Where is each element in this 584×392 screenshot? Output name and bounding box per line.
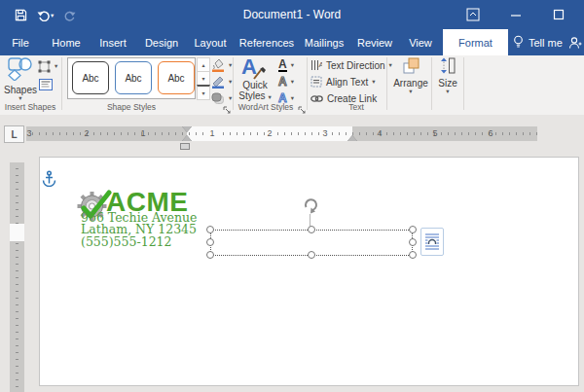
shapes-icon [8, 57, 33, 81]
gallery-more-button[interactable]: ▾ [197, 85, 210, 100]
insert-shapes-group-label: Insert Shapes [0, 102, 60, 112]
vertical-ruler-text-area [10, 224, 24, 241]
resize-handle-bottom-center[interactable] [308, 251, 315, 259]
address-line: (555)555-1212 [81, 236, 198, 248]
text-outline-caret: ▾ [291, 79, 294, 85]
text-direction-icon: A [310, 59, 322, 71]
wordart-quick-styles-button[interactable]: A Quick Styles ▾ [237, 56, 273, 103]
rotate-handle[interactable] [302, 196, 319, 218]
tell-me-box[interactable]: Tell me [513, 35, 563, 51]
text-group-label: Text [327, 102, 385, 112]
minimize-icon[interactable] [507, 7, 525, 22]
ruler-number: 5 [430, 128, 440, 138]
size-button[interactable]: Size ▾ [433, 57, 462, 104]
shape-fill-caret: ▾ [229, 62, 232, 68]
shape-style-preset-1[interactable]: Abc [72, 61, 109, 94]
wrap-text-icon [424, 232, 440, 251]
resize-handle-top-left[interactable] [206, 226, 214, 233]
text-fill-caret: ▾ [291, 62, 294, 68]
shape-styles-gallery: Abc Abc Abc [67, 57, 196, 99]
hanging-indent-marker[interactable] [182, 135, 192, 141]
text-effects-caret: ▾ [291, 95, 294, 101]
layout-options-button[interactable] [420, 228, 444, 256]
tab-insert[interactable]: Insert [91, 29, 134, 55]
shape-style-preset-2[interactable]: Abc [115, 61, 152, 94]
text-fill-button[interactable]: A ▾ [278, 57, 294, 73]
quick-label: Quick [237, 80, 273, 90]
size-icon [440, 57, 456, 74]
document-page[interactable]: ACME 966 Techie Avenue Latham, NY 12345 … [39, 157, 579, 386]
tab-home[interactable]: Home [45, 29, 88, 55]
ruler-number: 4 [375, 128, 384, 138]
edit-shape-button[interactable]: ▾ [38, 58, 57, 74]
wordart-a-brush-icon: A [237, 56, 273, 80]
company-address[interactable]: 966 Techie Avenue Latham, NY 12345 (555)… [81, 212, 198, 248]
text-box-icon [39, 79, 53, 90]
ruler-number: 1 [138, 128, 148, 138]
edit-shape-icon [38, 60, 51, 73]
ruler-ticks [26, 132, 537, 135]
align-text-label: Align Text [326, 77, 368, 88]
ruler-number: 3 [320, 128, 330, 138]
tab-mailings[interactable]: Mailings [298, 29, 350, 55]
wordart-styles-group-label: WordArt Styles [234, 102, 298, 112]
resize-handle-top-right[interactable] [409, 226, 417, 233]
shape-outline-button[interactable]: ▾ [211, 74, 232, 89]
tab-file[interactable]: File [2, 29, 39, 55]
anchor-icon[interactable] [42, 170, 56, 191]
ribbon-display-options-icon[interactable] [464, 7, 482, 22]
text-fill-icon: A [278, 59, 287, 72]
link-chain-icon [310, 94, 323, 103]
vertical-ruler[interactable] [10, 162, 24, 392]
resize-handle-bottom-right[interactable] [409, 251, 417, 259]
shapes-caret: ▾ [4, 95, 37, 101]
tab-layout[interactable]: Layout [186, 29, 235, 55]
window-title: Document1 - Word [0, 8, 584, 21]
tab-design[interactable]: Design [137, 29, 186, 55]
ribbon-format: Shapes ▾ ▾ Insert Shapes Abc Abc Abc ▴ [0, 55, 584, 116]
left-indent-marker[interactable] [180, 143, 190, 150]
resize-handle-middle-right[interactable] [409, 238, 417, 246]
edit-shape-caret: ▾ [55, 63, 57, 69]
tab-references[interactable]: References [237, 29, 297, 55]
resize-handle-middle-left[interactable] [206, 238, 214, 246]
shape-style-preset-3[interactable]: Abc [158, 61, 195, 94]
arrange-button[interactable]: Arrange ▾ [391, 57, 430, 104]
text-outline-icon: A [278, 75, 287, 89]
maximize-icon[interactable] [550, 7, 567, 22]
size-caret: ▾ [433, 89, 462, 94]
tab-view[interactable]: View [400, 29, 441, 55]
draw-text-box-button[interactable] [39, 77, 53, 94]
shape-styles-group-label: Shape Styles [88, 102, 175, 112]
ruler-number: 2 [265, 128, 274, 138]
first-line-indent-marker[interactable] [182, 126, 192, 132]
document-area: L 3 2 1 1 2 3 4 5 6 [0, 115, 584, 392]
ruler-number: 6 [486, 128, 495, 138]
ruler-number: 2 [82, 128, 91, 138]
tab-review[interactable]: Review [350, 29, 399, 55]
tell-me-label: Tell me [529, 37, 563, 49]
align-text-button[interactable]: Align Text ▾ [310, 74, 375, 89]
resize-handle-top-center[interactable] [308, 226, 315, 233]
text-direction-button[interactable]: A Text Direction ▾ [310, 57, 392, 73]
word-window: ▾ Document1 - Word File Home Insert Desi… [0, 0, 584, 392]
gallery-scroll-up-button[interactable]: ▴ [197, 57, 210, 72]
shapes-button[interactable]: Shapes ▾ [4, 57, 37, 100]
tab-format-active[interactable]: Format [443, 29, 508, 55]
outline-pen-icon [211, 75, 225, 89]
tab-selector[interactable]: L [4, 125, 24, 143]
arrange-icon [403, 57, 420, 74]
shape-outline-caret: ▾ [229, 79, 232, 85]
right-indent-marker[interactable] [347, 135, 357, 141]
shape-fill-button[interactable]: ▾ [211, 57, 232, 73]
sign-in-icon[interactable] [568, 36, 582, 53]
lightbulb-icon [513, 35, 524, 51]
align-text-icon [310, 76, 322, 88]
svg-text:A: A [319, 60, 323, 69]
gallery-scroll-down-button[interactable]: ▾ [197, 71, 210, 86]
text-outline-button[interactable]: A ▾ [278, 74, 294, 89]
ribbon-tab-row: File Home Insert Design Layout Reference… [0, 29, 584, 55]
paint-bucket-icon [211, 58, 225, 72]
horizontal-ruler[interactable]: 3 2 1 1 2 3 4 5 6 [26, 126, 537, 141]
resize-handle-bottom-left[interactable] [206, 251, 214, 259]
